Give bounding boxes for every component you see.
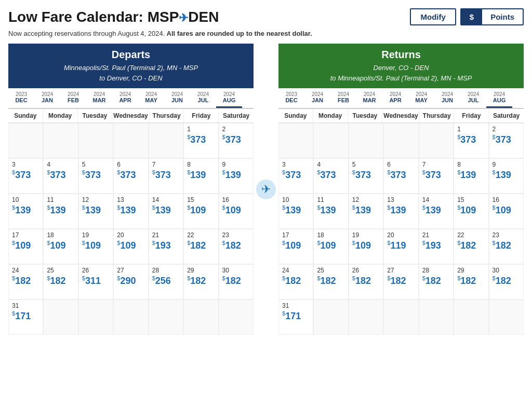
cell-fare: $109 [282,240,301,251]
fare-cell[interactable]: 1$373 [183,123,218,158]
month-tab-dec[interactable]: 2023DEC [278,88,304,108]
fare-cell[interactable]: 18$109 [43,229,78,264]
month-tab-feb[interactable]: 2024FEB [60,88,86,108]
cell-fare: $182 [317,275,336,286]
month-tab-jun[interactable]: 2024JUN [434,88,460,108]
month-tab-jul[interactable]: 2024JUL [190,88,216,108]
fare-cell[interactable]: 21$193 [419,229,454,264]
fare-cell[interactable]: 19$109 [349,229,383,264]
points-currency-button[interactable]: Points [482,9,523,24]
fare-cell[interactable]: 2$373 [489,123,524,158]
fare-cell[interactable]: 17$109 [8,229,43,264]
month-tab-jun[interactable]: 2024JUN [164,88,190,108]
fare-cell[interactable]: 25$182 [313,264,348,299]
modify-button[interactable]: Modify [410,8,456,25]
month-tab-aug[interactable]: 2024AUG [486,88,512,108]
month-tab-may[interactable]: 2024MAY [138,88,164,108]
fare-cell[interactable]: 21$193 [149,229,183,264]
month-tab-aug[interactable]: 2024AUG [216,88,242,108]
fare-cell[interactable]: 6$373 [113,158,148,194]
fare-cell[interactable]: 12$139 [349,194,383,229]
fare-cell[interactable]: 8$139 [183,158,218,194]
dollar-currency-button[interactable]: $ [461,9,482,24]
fare-cell[interactable]: 24$182 [8,264,43,299]
fare-cell[interactable]: 9$139 [489,158,524,194]
fare-cell[interactable]: 9$139 [219,158,254,194]
fare-cell[interactable]: 15$109 [183,194,218,229]
fare-cell[interactable]: 4$373 [313,158,348,194]
fare-cell[interactable]: 29$182 [454,264,488,299]
fare-cell[interactable]: 5$373 [349,158,383,194]
fare-cell[interactable]: 13$139 [383,194,418,229]
fare-cell[interactable]: 24$182 [278,264,313,299]
fare-cell[interactable]: 13$139 [113,194,148,229]
month-tab-apr[interactable]: 2024APR [112,88,138,108]
day-header-tuesday: Tuesday [78,109,113,122]
fare-cell[interactable]: 10$139 [8,194,43,229]
cell-fare: $109 [117,240,136,251]
fare-cell[interactable]: 11$139 [43,194,78,229]
fare-cell[interactable]: 18$109 [313,229,348,264]
fare-cell[interactable]: 22$182 [183,229,218,264]
departs-grid: 1$3732$3733$3734$3735$3736$3737$3738$139… [8,123,254,335]
month-tab-apr[interactable]: 2024APR [382,88,408,108]
fare-cell[interactable]: 2$373 [219,123,254,158]
fare-cell[interactable]: 23$182 [219,229,254,264]
empty-cell [349,123,383,158]
fare-cell[interactable]: 5$373 [78,158,113,194]
fare-cell[interactable]: 26$182 [349,264,383,299]
fare-cell[interactable]: 3$373 [278,158,313,194]
fare-cell[interactable]: 6$373 [383,158,418,194]
fare-cell[interactable]: 3$373 [8,158,43,194]
fare-cell[interactable]: 28$182 [419,264,454,299]
fare-cell[interactable]: 27$290 [113,264,148,299]
fare-cell[interactable]: 20$109 [113,229,148,264]
month-tab-may[interactable]: 2024MAY [408,88,434,108]
month-tab-jan[interactable]: 2024JAN [304,88,330,108]
fare-cell[interactable]: 26$311 [78,264,113,299]
fare-cell[interactable]: 20$119 [383,229,418,264]
cell-fare: $109 [493,204,511,216]
fare-cell[interactable]: 17$109 [278,229,313,264]
fare-cell[interactable]: 11$139 [313,194,348,229]
fare-cell[interactable]: 15$109 [454,194,488,229]
fare-cell[interactable]: 16$109 [489,194,524,229]
fare-cell[interactable]: 31$171 [278,299,313,335]
cell-fare: $139 [387,204,406,216]
fare-cell[interactable]: 27$182 [383,264,418,299]
day-header-monday: Monday [313,109,348,122]
month-tab-mar[interactable]: 2024MAR [356,88,382,108]
month-tab-jan[interactable]: 2024JAN [34,88,60,108]
fare-cell[interactable]: 8$139 [454,158,488,194]
cell-fare: $139 [12,204,31,216]
fare-cell[interactable]: 1$373 [454,123,488,158]
month-tab-mar[interactable]: 2024MAR [86,88,112,108]
fare-cell[interactable]: 7$373 [149,158,183,194]
fare-cell[interactable]: 12$139 [78,194,113,229]
month-tab-feb[interactable]: 2024FEB [330,88,356,108]
fare-cell[interactable]: 14$139 [419,194,454,229]
empty-cell [113,299,148,335]
fare-cell[interactable]: 14$139 [149,194,183,229]
cell-date: 21 [422,231,429,239]
fare-cell[interactable]: 30$182 [219,264,254,299]
fare-cell[interactable]: 30$182 [489,264,524,299]
fare-cell[interactable]: 28$256 [149,264,183,299]
cell-fare: $373 [222,134,241,145]
fare-cell[interactable]: 29$182 [183,264,218,299]
month-tab-jul[interactable]: 2024JUL [460,88,486,108]
fare-cell[interactable]: 10$139 [278,194,313,229]
empty-cell [383,299,418,335]
fare-cell[interactable]: 4$373 [43,158,78,194]
fare-cell[interactable]: 25$182 [43,264,78,299]
fare-cell[interactable]: 23$182 [489,229,524,264]
fare-cell[interactable]: 7$373 [419,158,454,194]
fare-cell[interactable]: 22$182 [454,229,488,264]
fare-cell[interactable]: 31$171 [8,299,43,335]
fare-cell[interactable]: 19$109 [78,229,113,264]
departs-title: Departs [112,49,150,61]
cell-date: 20 [387,231,394,239]
month-tab-dec[interactable]: 2023DEC [8,88,34,108]
fare-cell[interactable]: 16$109 [219,194,254,229]
title-prefix: Low Fare Calendar: [8,9,148,25]
